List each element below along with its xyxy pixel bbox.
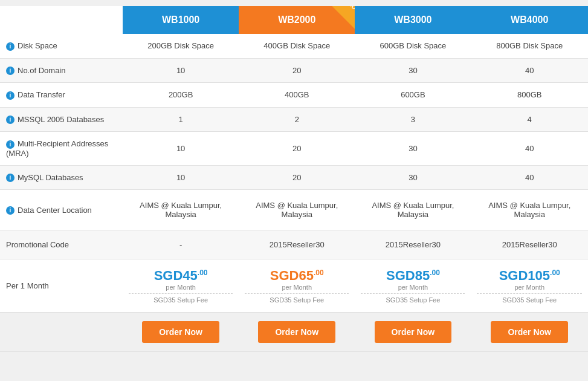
order-now-button-0[interactable]: Order Now bbox=[142, 321, 219, 343]
per-month-text: per Month bbox=[477, 284, 582, 291]
row-0-value-3: 800GB Disk Space bbox=[471, 34, 588, 58]
row-label-0: iDisk Space bbox=[0, 34, 123, 58]
plan-name-wb1: WB1000 bbox=[162, 15, 199, 25]
feature-row: iMySQL Databases10203040 bbox=[0, 165, 588, 190]
promo-value-2: 2015Reseller30 bbox=[355, 230, 471, 259]
setup-fee-text: SGD35 Setup Fee bbox=[361, 293, 465, 304]
info-icon: i bbox=[6, 206, 15, 215]
per-month-text: per Month bbox=[361, 284, 465, 291]
order-now-button-3[interactable]: Order Now bbox=[491, 321, 568, 343]
info-icon: i bbox=[6, 116, 15, 124]
order-cell-2: Order Now bbox=[355, 313, 471, 352]
setup-fee-text: SGD35 Setup Fee bbox=[129, 293, 233, 304]
feature-row: iData Center LocationAIMS @ Kuala Lumpur… bbox=[0, 190, 588, 230]
row-6-value-2: AIMS @ Kuala Lumpur, Malaysia bbox=[355, 190, 471, 230]
row-0-value-1: 400GB Disk Space bbox=[239, 34, 355, 58]
setup-fee-text: SGD35 Setup Fee bbox=[477, 293, 582, 304]
row-1-value-1: 20 bbox=[239, 58, 355, 83]
price-cell-0: SGD45.00per MonthSGD35 Setup Fee bbox=[123, 259, 239, 313]
row-4-value-2: 30 bbox=[355, 132, 471, 166]
feature-row: iMSSQL 2005 Databases1234 bbox=[0, 107, 588, 132]
row-5-value-1: 20 bbox=[239, 165, 355, 190]
hot-label: HOT bbox=[347, 6, 355, 13]
row-label-5: iMySQL Databases bbox=[0, 165, 123, 190]
setup-fee-text: SGD35 Setup Fee bbox=[245, 293, 349, 304]
plan-header-wb3: WB3000 bbox=[355, 6, 471, 34]
row-label-6: iData Center Location bbox=[0, 190, 123, 230]
row-2-value-1: 400GB bbox=[239, 83, 355, 108]
info-icon: i bbox=[6, 67, 15, 75]
hot-badge: HOT bbox=[332, 6, 355, 29]
row-4-value-1: 20 bbox=[239, 132, 355, 166]
row-label-3: iMSSQL 2005 Databases bbox=[0, 107, 123, 132]
row-label-4: iMulti-Recipient Addresses (MRA) bbox=[0, 132, 123, 166]
info-icon: i bbox=[6, 140, 15, 149]
plan-header-wb1: WB1000 bbox=[123, 6, 239, 34]
order-label-cell bbox=[0, 313, 123, 352]
row-1-value-3: 40 bbox=[471, 58, 588, 83]
order-cell-0: Order Now bbox=[123, 313, 239, 352]
promo-value-0: - bbox=[123, 230, 239, 259]
row-0-value-0: 200GB Disk Space bbox=[123, 34, 239, 58]
pricing-table-wrapper: WB1000 WB2000 HOT WB3000 WB4000 iDisk Sp… bbox=[0, 0, 588, 358]
row-label-1: iNo.of Domain bbox=[0, 58, 123, 83]
per-month-text: per Month bbox=[245, 284, 349, 291]
price-value-2: SGD85.00 bbox=[386, 268, 440, 283]
promo-value-3: 2015Reseller30 bbox=[471, 230, 588, 259]
row-0-value-2: 600GB Disk Space bbox=[355, 34, 471, 58]
price-cell-3: SGD105.00per MonthSGD35 Setup Fee bbox=[471, 259, 588, 313]
order-cell-1: Order Now bbox=[239, 313, 355, 352]
row-2-value-3: 800GB bbox=[471, 83, 588, 108]
row-5-value-3: 40 bbox=[471, 165, 588, 190]
pricing-table: WB1000 WB2000 HOT WB3000 WB4000 iDisk Sp… bbox=[0, 6, 588, 352]
price-value-0: SGD45.00 bbox=[154, 268, 208, 283]
feature-row: iNo.of Domain10203040 bbox=[0, 58, 588, 83]
row-5-value-2: 30 bbox=[355, 165, 471, 190]
row-2-value-0: 200GB bbox=[123, 83, 239, 108]
promo-value-1: 2015Reseller30 bbox=[239, 230, 355, 259]
row-3-value-2: 3 bbox=[355, 107, 471, 132]
info-icon: i bbox=[6, 42, 15, 51]
row-6-value-1: AIMS @ Kuala Lumpur, Malaysia bbox=[239, 190, 355, 230]
order-row: Order NowOrder NowOrder NowOrder Now bbox=[0, 313, 588, 352]
plan-name-wb2: WB2000 bbox=[278, 15, 315, 25]
info-icon: i bbox=[6, 91, 15, 100]
row-4-value-3: 40 bbox=[471, 132, 588, 166]
info-icon: i bbox=[6, 174, 15, 182]
row-label-2: iData Transfer bbox=[0, 83, 123, 108]
feature-row: iData Transfer200GB400GB600GB800GB bbox=[0, 83, 588, 108]
order-now-button-1[interactable]: Order Now bbox=[258, 321, 335, 343]
plan-name-wb3: WB3000 bbox=[394, 15, 431, 25]
header-label-cell bbox=[0, 6, 123, 34]
price-value-1: SGD65.00 bbox=[270, 268, 324, 283]
row-4-value-0: 10 bbox=[123, 132, 239, 166]
row-5-value-0: 10 bbox=[123, 165, 239, 190]
row-3-value-0: 1 bbox=[123, 107, 239, 132]
feature-row: iMulti-Recipient Addresses (MRA)10203040 bbox=[0, 132, 588, 166]
row-6-value-3: AIMS @ Kuala Lumpur, Malaysia bbox=[471, 190, 588, 230]
row-1-value-0: 10 bbox=[123, 58, 239, 83]
price-cell-1: SGD65.00per MonthSGD35 Setup Fee bbox=[239, 259, 355, 313]
order-cell-3: Order Now bbox=[471, 313, 588, 352]
pricing-row: Per 1 MonthSGD45.00per MonthSGD35 Setup … bbox=[0, 259, 588, 313]
promo-row: Promotional Code-2015Reseller302015Resel… bbox=[0, 230, 588, 259]
promo-label: Promotional Code bbox=[0, 230, 123, 259]
row-1-value-2: 30 bbox=[355, 58, 471, 83]
row-6-value-0: AIMS @ Kuala Lumpur, Malaysia bbox=[123, 190, 239, 230]
plan-name-wb4: WB4000 bbox=[511, 15, 548, 25]
plan-header-wb2: WB2000 HOT bbox=[239, 6, 355, 34]
feature-row: iDisk Space200GB Disk Space400GB Disk Sp… bbox=[0, 34, 588, 58]
price-cell-2: SGD85.00per MonthSGD35 Setup Fee bbox=[355, 259, 471, 313]
row-2-value-2: 600GB bbox=[355, 83, 471, 108]
row-3-value-3: 4 bbox=[471, 107, 588, 132]
order-now-button-2[interactable]: Order Now bbox=[375, 321, 452, 343]
per-month-text: per Month bbox=[129, 284, 233, 291]
pricing-label: Per 1 Month bbox=[0, 259, 123, 313]
plan-header-wb4: WB4000 bbox=[471, 6, 588, 34]
price-value-3: SGD105.00 bbox=[499, 268, 560, 283]
row-3-value-1: 2 bbox=[239, 107, 355, 132]
